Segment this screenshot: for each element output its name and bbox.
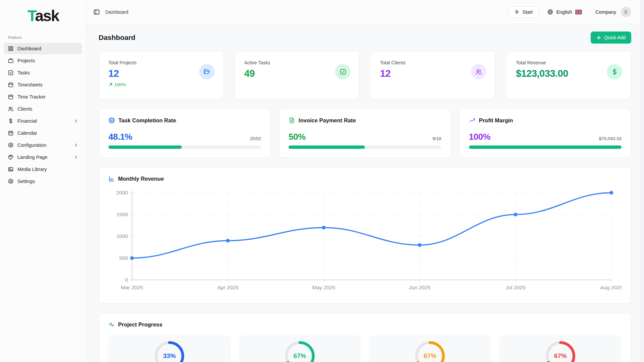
progress-sub-value: $70,043.33 [599,136,622,142]
project-progress-item: 67% [239,335,361,362]
quick-add-button[interactable]: Quick Add [591,32,631,44]
progress-card-title: Profit Margin [479,117,513,124]
progress-value: 48.1% [108,132,132,142]
progress-card-profit-margin: Profit Margin 100% $70,043.33 [459,109,631,158]
stat-trend: 100% [108,82,214,87]
language-selector[interactable]: English [547,9,582,15]
stat-value: 12 [380,68,486,79]
company-menu[interactable]: Company C [595,7,631,17]
progress-card-task-completion: Task Completion Rate 48.1% 25/52 [99,109,271,158]
svg-text:0: 0 [125,277,128,283]
sidebar-item-label: Clients [17,106,32,112]
sidebar-toggle-icon[interactable] [93,9,100,15]
gauge-percent-label: 67% [415,341,445,362]
svg-text:Mar 2025: Mar 2025 [121,285,143,290]
progress-gauge: 67% [284,341,315,362]
chevron-right-icon [74,143,78,147]
svg-text:Jul 2025: Jul 2025 [505,285,525,290]
grid-icon [8,46,14,52]
stat-label: Total Revenue [516,60,622,65]
main-area: Dashboard Start English Company C Dashbo… [87,0,640,362]
trending-up-icon [469,117,476,124]
dashboard-content: Dashboard Quick Add Total Projects 12 10… [87,24,640,362]
uk-flag-icon [575,10,582,14]
stat-value: 12 [108,68,214,79]
project-progress-item: 67% [499,335,622,362]
svg-text:Aug 2025: Aug 2025 [600,285,622,290]
progress-sub-value: 9/18 [432,136,441,142]
sidebar-item-label: Settings [17,179,35,184]
sidebar-item-media-library[interactable]: Media Library [4,164,82,175]
sidebar-item-projects[interactable]: Projects [4,55,82,66]
sidebar-item-landing-page[interactable]: Landing Page [4,152,82,163]
stat-card-total-clients: Total Clients 12 [370,51,495,99]
start-button[interactable]: Start [508,6,539,18]
bar-chart-icon [108,176,115,182]
file-text-icon [288,117,295,124]
sidebar-item-time-tracker[interactable]: Time Tracker [4,91,82,103]
progress-card-title: Task Completion Rate [118,117,176,124]
page-title: Dashboard [99,34,136,42]
sidebar-item-calendar[interactable]: Calendar [4,127,82,139]
sidebar-item-label: Time Tracker [17,94,46,100]
progress-bar-fill [469,145,622,149]
progress-card-title: Invoice Payment Rate [299,117,356,124]
sidebar-item-label: Financial [17,118,37,124]
gear-icon [8,142,14,148]
stat-label: Total Projects [108,60,214,65]
stat-card-total-revenue: Total Revenue $123,033.00 [506,51,631,99]
check-square-icon [335,64,351,79]
sidebar-item-timesheets[interactable]: Timesheets [4,79,82,90]
language-label: English [556,9,572,15]
arrow-up-right-icon [108,82,113,87]
stat-value: 49 [244,68,350,79]
avatar[interactable]: C [621,7,631,17]
gauge-percent-label: 33% [154,341,185,362]
app-logo[interactable]: Task [4,5,82,31]
sidebar-item-label: Tasks [17,70,30,75]
globe-icon [547,9,553,15]
folder-open-icon [199,64,215,79]
gauge-percent-label: 67% [545,341,576,362]
nav-section-label: Platform [8,36,78,40]
progress-bar-track [469,145,622,149]
progress-sub-value: 25/52 [250,136,261,142]
company-label: Company [595,9,616,15]
sidebar-item-configuration[interactable]: Configuration [4,139,82,151]
progress-bar-track [108,145,261,149]
play-icon [515,9,520,14]
calendar-icon [8,82,14,88]
stat-value: $123,033.00 [516,68,622,79]
plus-icon [596,35,601,40]
briefcase-icon [8,58,14,64]
project-progress-item: 33% [108,335,231,362]
progress-bar-track [288,145,441,149]
sidebar-item-dashboard[interactable]: Dashboard [4,43,82,54]
svg-text:Apr 2025: Apr 2025 [217,285,238,290]
sidebar-item-label: Media Library [17,167,47,172]
revenue-chart: 0500100015002000Mar 2025Apr 2025May 2025… [108,187,622,299]
sidebar-item-financial[interactable]: Financial [4,115,82,127]
calendar-days-icon [8,130,14,136]
svg-text:May 2025: May 2025 [312,285,335,290]
progress-gauge: 67% [415,341,445,362]
sidebar-item-settings[interactable]: Settings [4,176,82,187]
gauge-percent-label: 67% [284,341,315,362]
sidebar-item-tasks[interactable]: Tasks [4,67,82,78]
sidebar-item-label: Timesheets [17,82,42,87]
sidebar-item-clients[interactable]: Clients [4,103,82,115]
section-title: Project Progress [118,321,162,328]
topbar: Dashboard Start English Company C [87,0,640,24]
calendar-icon [8,94,14,100]
progress-value: 100% [469,132,491,142]
target-icon [108,117,115,124]
scrollbar[interactable] [640,0,644,362]
progress-bar-fill [288,145,365,149]
chart-title: Monthly Revenue [118,176,164,182]
chevron-right-icon [74,155,78,160]
svg-text:1500: 1500 [116,212,128,217]
stat-card-total-projects: Total Projects 12 100% [99,51,224,99]
svg-text:2000: 2000 [116,190,128,195]
progress-gauge: 33% [154,341,185,362]
progress-value: 50% [288,132,306,142]
